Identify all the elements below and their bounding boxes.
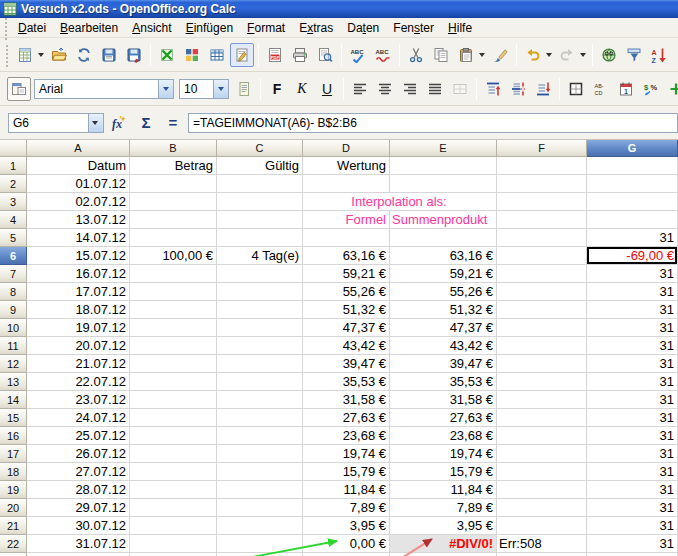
cell-F1[interactable]: [497, 157, 587, 175]
name-box[interactable]: G6: [8, 113, 104, 133]
save-as-button[interactable]: [122, 43, 146, 67]
undo-dropdown-caret-icon[interactable]: [546, 53, 552, 57]
cell-D8[interactable]: 55,26 €: [303, 283, 390, 301]
menu-fenster[interactable]: Fenster: [386, 19, 441, 37]
print-button[interactable]: [288, 43, 312, 67]
borders-button[interactable]: [564, 77, 588, 101]
cell-F22[interactable]: Err:508: [497, 535, 587, 553]
align-left-button[interactable]: [348, 77, 372, 101]
cell-C10[interactable]: [217, 319, 303, 337]
cell-G11[interactable]: 31: [587, 337, 678, 355]
cell-A22[interactable]: 31.07.12: [27, 535, 130, 553]
redo-dropdown-caret-icon[interactable]: [580, 53, 586, 57]
cell-F6[interactable]: [497, 247, 587, 265]
cell-B18[interactable]: [130, 463, 217, 481]
cell-F10[interactable]: [497, 319, 587, 337]
cell-F14[interactable]: [497, 391, 587, 409]
align-right-button[interactable]: [398, 77, 422, 101]
cell-B21[interactable]: [130, 517, 217, 535]
function-wizard-button[interactable]: fx: [107, 111, 131, 135]
cell-G5[interactable]: 31: [587, 229, 678, 247]
cell-B19[interactable]: [130, 481, 217, 499]
align-middle-button[interactable]: [506, 77, 530, 101]
cell-E12[interactable]: 39,47 €: [390, 355, 497, 373]
cell-A9[interactable]: 18.07.12: [27, 301, 130, 319]
cell-B5[interactable]: [130, 229, 217, 247]
cell-B15[interactable]: [130, 409, 217, 427]
cell-A12[interactable]: 21.07.12: [27, 355, 130, 373]
toolbar-grip[interactable]: [4, 43, 10, 67]
cell-E9[interactable]: 51,32 €: [390, 301, 497, 319]
format-date-button[interactable]: 1: [614, 77, 638, 101]
cell-C2[interactable]: [217, 175, 303, 193]
cell-C12[interactable]: [217, 355, 303, 373]
cell-E6[interactable]: 63,16 €: [390, 247, 497, 265]
align-center-button[interactable]: [373, 77, 397, 101]
cell-A11[interactable]: 20.07.12: [27, 337, 130, 355]
cell-C21[interactable]: [217, 517, 303, 535]
row-header-9[interactable]: 9: [0, 301, 27, 319]
row-header-7[interactable]: 7: [0, 265, 27, 283]
cell-F4[interactable]: [497, 211, 587, 229]
cell-C13[interactable]: [217, 373, 303, 391]
row-header-18[interactable]: 18: [0, 463, 27, 481]
align-bottom-button[interactable]: [531, 77, 555, 101]
row-header-10[interactable]: 10: [0, 319, 27, 337]
autofilter-button[interactable]: [622, 43, 646, 67]
gallery-button[interactable]: [180, 43, 204, 67]
cell-G1[interactable]: [587, 157, 678, 175]
row-header-21[interactable]: 21: [0, 517, 27, 535]
merge-cells-button[interactable]: [448, 77, 472, 101]
row-header-1[interactable]: 1: [0, 157, 27, 175]
cell-B20[interactable]: [130, 499, 217, 517]
cell-F11[interactable]: [497, 337, 587, 355]
cell-B13[interactable]: [130, 373, 217, 391]
open-button[interactable]: [47, 43, 71, 67]
name-box-dropdown-button[interactable]: [88, 114, 103, 132]
format-currency-button[interactable]: $%: [639, 77, 663, 101]
cell-A7[interactable]: 16.07.12: [27, 265, 130, 283]
cell-C7[interactable]: [217, 265, 303, 283]
cell-C18[interactable]: [217, 463, 303, 481]
cell-C15[interactable]: [217, 409, 303, 427]
wrap-text-button[interactable]: AB-CD: [589, 77, 613, 101]
page-preview-button[interactable]: [313, 43, 337, 67]
cell-E7[interactable]: 59,21 €: [390, 265, 497, 283]
cell-D10[interactable]: 47,37 €: [303, 319, 390, 337]
cell-F16[interactable]: [497, 427, 587, 445]
cell-G7[interactable]: 31: [587, 265, 678, 283]
cell-G2[interactable]: [587, 175, 678, 193]
cell-D11[interactable]: 43,42 €: [303, 337, 390, 355]
cell-E2[interactable]: [390, 175, 497, 193]
menu-ansicht[interactable]: Ansicht: [125, 19, 178, 37]
cell-A13[interactable]: 22.07.12: [27, 373, 130, 391]
cell-E10[interactable]: 47,37 €: [390, 319, 497, 337]
cell-E16[interactable]: 23,68 €: [390, 427, 497, 445]
new-spreadsheet-dropdown-caret-icon[interactable]: [38, 53, 44, 57]
cell-F20[interactable]: [497, 499, 587, 517]
column-header-B[interactable]: B: [130, 140, 217, 157]
row-header-16[interactable]: 16: [0, 427, 27, 445]
cell-A2[interactable]: 01.07.12: [27, 175, 130, 193]
cell-G4[interactable]: [587, 211, 678, 229]
cell-E17[interactable]: 19,74 €: [390, 445, 497, 463]
cell-C3[interactable]: [217, 193, 303, 211]
cell-C1[interactable]: Gültig: [217, 157, 303, 175]
cell-A6[interactable]: 15.07.12: [27, 247, 130, 265]
format-paintbrush-button[interactable]: [488, 43, 512, 67]
export-pdf-button[interactable]: PDF: [263, 43, 287, 67]
paste-button[interactable]: [454, 43, 478, 67]
cell-D2[interactable]: [303, 175, 390, 193]
sort-ascending-button[interactable]: AZ: [647, 43, 671, 67]
cell-C11[interactable]: [217, 337, 303, 355]
cell-F8[interactable]: [497, 283, 587, 301]
cell-C14[interactable]: [217, 391, 303, 409]
align-justify-button[interactable]: [423, 77, 447, 101]
column-header-D[interactable]: D: [303, 140, 390, 157]
reload-button[interactable]: [72, 43, 96, 67]
cell-C16[interactable]: [217, 427, 303, 445]
cell-G18[interactable]: 31: [587, 463, 678, 481]
cell-B10[interactable]: [130, 319, 217, 337]
cell-D7[interactable]: 59,21 €: [303, 265, 390, 283]
row-header-14[interactable]: 14: [0, 391, 27, 409]
